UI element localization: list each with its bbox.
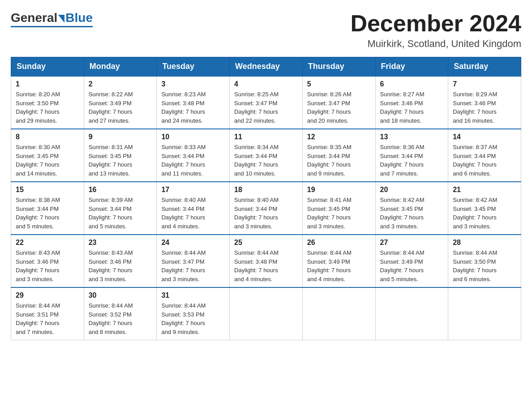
weekday-header-sunday: Sunday (11, 57, 84, 77)
title-section: December 2024 Muirkirk, Scotland, United… (350, 11, 521, 50)
day-info: Sunrise: 8:38 AM Sunset: 3:44 PM Dayligh… (16, 196, 79, 231)
calendar-cell: 25 Sunrise: 8:44 AM Sunset: 3:48 PM Dayl… (230, 235, 303, 287)
day-info: Sunrise: 8:44 AM Sunset: 3:47 PM Dayligh… (161, 248, 225, 283)
day-number: 6 (380, 80, 444, 88)
day-info: Sunrise: 8:41 AM Sunset: 3:45 PM Dayligh… (307, 196, 371, 231)
day-number: 7 (453, 80, 516, 88)
day-number: 15 (16, 186, 79, 194)
location-label: Muirkirk, Scotland, United Kingdom (350, 38, 521, 50)
calendar-cell (302, 287, 375, 340)
calendar-cell: 3 Sunrise: 8:23 AM Sunset: 3:48 PM Dayli… (157, 76, 230, 129)
calendar-cell: 13 Sunrise: 8:36 AM Sunset: 3:44 PM Dayl… (375, 129, 448, 182)
calendar-cell: 9 Sunrise: 8:31 AM Sunset: 3:45 PM Dayli… (84, 129, 157, 182)
day-info: Sunrise: 8:39 AM Sunset: 3:44 PM Dayligh… (89, 196, 152, 231)
week-row-5: 29 Sunrise: 8:44 AM Sunset: 3:51 PM Dayl… (11, 287, 521, 340)
calendar-cell: 28 Sunrise: 8:44 AM Sunset: 3:50 PM Dayl… (448, 235, 521, 287)
day-info: Sunrise: 8:43 AM Sunset: 3:46 PM Dayligh… (89, 248, 152, 283)
calendar-cell: 6 Sunrise: 8:27 AM Sunset: 3:46 PM Dayli… (375, 76, 448, 129)
day-number: 24 (161, 239, 225, 247)
day-number: 19 (307, 186, 371, 194)
calendar-cell: 14 Sunrise: 8:37 AM Sunset: 3:44 PM Dayl… (448, 129, 521, 182)
day-number: 30 (89, 291, 152, 300)
calendar-cell: 15 Sunrise: 8:38 AM Sunset: 3:44 PM Dayl… (11, 182, 84, 235)
week-row-4: 22 Sunrise: 8:43 AM Sunset: 3:46 PM Dayl… (11, 235, 521, 287)
day-info: Sunrise: 8:22 AM Sunset: 3:49 PM Dayligh… (89, 90, 152, 125)
day-number: 16 (89, 186, 152, 194)
calendar-cell (375, 287, 448, 340)
day-info: Sunrise: 8:43 AM Sunset: 3:46 PM Dayligh… (16, 248, 79, 283)
day-info: Sunrise: 8:44 AM Sunset: 3:48 PM Dayligh… (234, 248, 298, 283)
day-info: Sunrise: 8:44 AM Sunset: 3:53 PM Dayligh… (161, 301, 225, 336)
calendar-cell: 2 Sunrise: 8:22 AM Sunset: 3:49 PM Dayli… (84, 76, 157, 129)
day-info: Sunrise: 8:20 AM Sunset: 3:50 PM Dayligh… (16, 90, 79, 125)
weekday-header-thursday: Thursday (302, 57, 375, 77)
day-info: Sunrise: 8:26 AM Sunset: 3:47 PM Dayligh… (307, 90, 371, 125)
calendar-cell: 26 Sunrise: 8:44 AM Sunset: 3:49 PM Dayl… (302, 235, 375, 287)
day-info: Sunrise: 8:37 AM Sunset: 3:44 PM Dayligh… (453, 143, 516, 178)
calendar-cell: 29 Sunrise: 8:44 AM Sunset: 3:51 PM Dayl… (11, 287, 84, 340)
calendar-cell: 31 Sunrise: 8:44 AM Sunset: 3:53 PM Dayl… (157, 287, 230, 340)
day-info: Sunrise: 8:44 AM Sunset: 3:50 PM Dayligh… (453, 248, 516, 283)
day-number: 5 (307, 80, 371, 88)
logo-blue-text: Blue (65, 11, 93, 25)
weekday-header-friday: Friday (375, 57, 448, 77)
day-number: 29 (16, 291, 79, 300)
day-info: Sunrise: 8:44 AM Sunset: 3:49 PM Dayligh… (307, 248, 371, 283)
calendar-cell: 20 Sunrise: 8:42 AM Sunset: 3:45 PM Dayl… (375, 182, 448, 235)
day-number: 22 (16, 239, 79, 247)
day-number: 17 (161, 186, 225, 194)
calendar-cell: 8 Sunrise: 8:30 AM Sunset: 3:45 PM Dayli… (11, 129, 84, 182)
day-number: 8 (16, 133, 79, 141)
day-number: 11 (234, 133, 298, 141)
day-info: Sunrise: 8:27 AM Sunset: 3:46 PM Dayligh… (380, 90, 444, 125)
calendar-cell: 23 Sunrise: 8:43 AM Sunset: 3:46 PM Dayl… (84, 235, 157, 287)
day-number: 1 (16, 80, 79, 88)
day-info: Sunrise: 8:31 AM Sunset: 3:45 PM Dayligh… (89, 143, 152, 178)
day-number: 12 (307, 133, 371, 141)
day-info: Sunrise: 8:29 AM Sunset: 3:46 PM Dayligh… (453, 90, 516, 125)
day-info: Sunrise: 8:30 AM Sunset: 3:45 PM Dayligh… (16, 143, 79, 178)
day-number: 26 (307, 239, 371, 247)
day-number: 31 (161, 291, 225, 300)
weekday-header-wednesday: Wednesday (230, 57, 303, 77)
calendar-cell: 5 Sunrise: 8:26 AM Sunset: 3:47 PM Dayli… (302, 76, 375, 129)
day-info: Sunrise: 8:44 AM Sunset: 3:51 PM Dayligh… (16, 301, 79, 336)
day-number: 23 (89, 239, 152, 247)
calendar-cell: 22 Sunrise: 8:43 AM Sunset: 3:46 PM Dayl… (11, 235, 84, 287)
calendar-cell (230, 287, 303, 340)
calendar-cell: 12 Sunrise: 8:35 AM Sunset: 3:44 PM Dayl… (302, 129, 375, 182)
calendar-cell: 18 Sunrise: 8:40 AM Sunset: 3:44 PM Dayl… (230, 182, 303, 235)
day-info: Sunrise: 8:34 AM Sunset: 3:44 PM Dayligh… (234, 143, 298, 178)
calendar-cell: 16 Sunrise: 8:39 AM Sunset: 3:44 PM Dayl… (84, 182, 157, 235)
day-info: Sunrise: 8:40 AM Sunset: 3:44 PM Dayligh… (161, 196, 225, 231)
month-title: December 2024 (350, 11, 521, 36)
day-number: 20 (380, 186, 444, 194)
calendar-cell: 10 Sunrise: 8:33 AM Sunset: 3:44 PM Dayl… (157, 129, 230, 182)
calendar-cell: 1 Sunrise: 8:20 AM Sunset: 3:50 PM Dayli… (11, 76, 84, 129)
day-info: Sunrise: 8:23 AM Sunset: 3:48 PM Dayligh… (161, 90, 225, 125)
day-number: 13 (380, 133, 444, 141)
page-header: General Blue December 2024 Muirkirk, Sco… (11, 11, 521, 50)
day-info: Sunrise: 8:40 AM Sunset: 3:44 PM Dayligh… (234, 196, 298, 231)
day-info: Sunrise: 8:25 AM Sunset: 3:47 PM Dayligh… (234, 90, 298, 125)
day-number: 2 (89, 80, 152, 88)
day-number: 9 (89, 133, 152, 141)
calendar-cell: 11 Sunrise: 8:34 AM Sunset: 3:44 PM Dayl… (230, 129, 303, 182)
calendar-cell: 17 Sunrise: 8:40 AM Sunset: 3:44 PM Dayl… (157, 182, 230, 235)
day-number: 3 (161, 80, 225, 88)
logo-arrow-icon (58, 15, 64, 23)
calendar-cell: 7 Sunrise: 8:29 AM Sunset: 3:46 PM Dayli… (448, 76, 521, 129)
calendar-cell: 24 Sunrise: 8:44 AM Sunset: 3:47 PM Dayl… (157, 235, 230, 287)
day-number: 18 (234, 186, 298, 194)
calendar-cell: 27 Sunrise: 8:44 AM Sunset: 3:49 PM Dayl… (375, 235, 448, 287)
calendar-cell: 19 Sunrise: 8:41 AM Sunset: 3:45 PM Dayl… (302, 182, 375, 235)
calendar-cell (448, 287, 521, 340)
calendar-cell: 30 Sunrise: 8:44 AM Sunset: 3:52 PM Dayl… (84, 287, 157, 340)
day-info: Sunrise: 8:42 AM Sunset: 3:45 PM Dayligh… (380, 196, 444, 231)
week-row-3: 15 Sunrise: 8:38 AM Sunset: 3:44 PM Dayl… (11, 182, 521, 235)
weekday-header-monday: Monday (84, 57, 157, 77)
day-info: Sunrise: 8:36 AM Sunset: 3:44 PM Dayligh… (380, 143, 444, 178)
day-number: 14 (453, 133, 516, 141)
day-number: 28 (453, 239, 516, 247)
logo-general-text: General (11, 11, 57, 25)
